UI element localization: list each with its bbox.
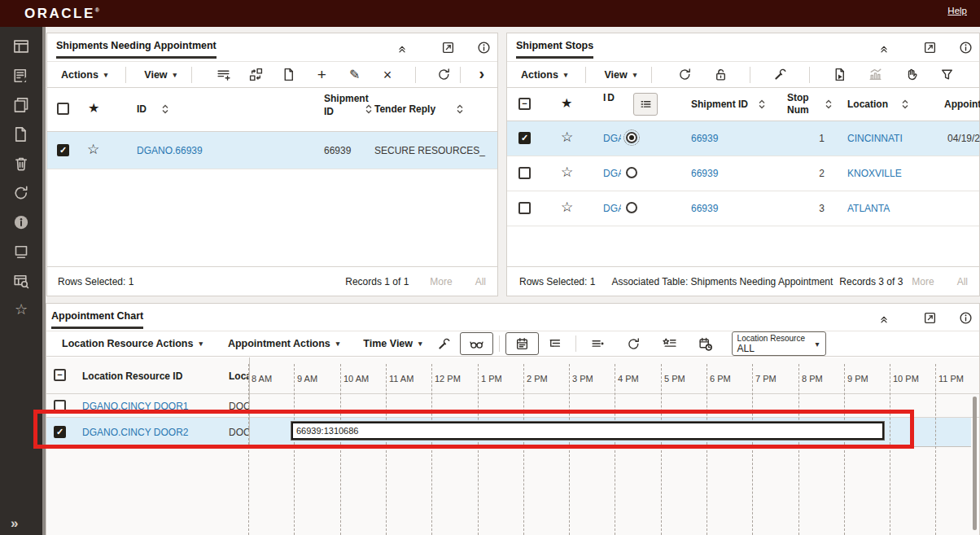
row-checkbox[interactable]: ✓: [54, 426, 66, 438]
appointment-actions-button[interactable]: Appointment Actions▾: [228, 338, 339, 349]
shipment-id-link[interactable]: DGANO.66939: [137, 145, 203, 156]
new-document-button[interactable]: [273, 68, 305, 81]
select-all-checkbox[interactable]: [57, 103, 69, 115]
favorite-star-icon[interactable]: ☆: [87, 143, 99, 156]
sort-icon[interactable]: [161, 104, 169, 114]
detail-view-button[interactable]: [633, 93, 658, 116]
sort-icon[interactable]: [825, 99, 833, 109]
favorite-star-icon[interactable]: ☆: [561, 165, 573, 179]
more-button[interactable]: More: [430, 276, 452, 287]
all-button[interactable]: All: [475, 276, 486, 287]
vertical-scrollbar[interactable]: [973, 397, 977, 530]
filter-button[interactable]: [929, 68, 965, 81]
stop-id-link[interactable]: DGA: [603, 133, 621, 144]
favorite-star-icon[interactable]: ☆: [561, 130, 573, 144]
sidebar-expand-icon[interactable]: »: [11, 515, 18, 532]
column-header-appointment[interactable]: Appointment: [944, 99, 980, 110]
panel-info-icon[interactable]: [959, 41, 973, 55]
column-header-shipment-id[interactable]: Shipment ID: [691, 99, 748, 110]
stop-id-link[interactable]: DGA: [603, 203, 621, 214]
column-header-tender-reply[interactable]: Tender Reply: [374, 103, 435, 115]
export-button[interactable]: [821, 68, 857, 81]
stop-shipment-link[interactable]: 66939: [691, 203, 718, 214]
collapse-panel-icon[interactable]: [396, 42, 408, 54]
calendar-view-button[interactable]: [505, 332, 539, 355]
sort-icon[interactable]: [758, 99, 766, 109]
stop-location-link[interactable]: CINCINNATI: [847, 133, 903, 144]
actions-menu-button[interactable]: Actions▾: [61, 69, 107, 81]
collapse-panel-icon[interactable]: [878, 313, 890, 324]
stop-shipment-link[interactable]: 66939: [691, 168, 718, 179]
row-radio[interactable]: [626, 167, 637, 178]
hierarchy-button[interactable]: [539, 337, 571, 351]
row-radio[interactable]: [626, 132, 637, 143]
shipment-row[interactable]: ✓ ☆ DGANO.66939 66939 SECURE RESOURCES_: [47, 132, 497, 169]
row-checkbox[interactable]: [518, 167, 531, 179]
column-header-id[interactable]: ID: [137, 103, 147, 115]
schedule-button[interactable]: [688, 337, 724, 351]
time-view-button[interactable]: Time View▾: [363, 338, 422, 349]
favorite-star-icon[interactable]: ☆: [561, 200, 573, 214]
all-button[interactable]: All: [957, 276, 968, 287]
column-header-stop-num[interactable]: Stop Num: [787, 92, 816, 116]
tools-button[interactable]: [429, 337, 460, 351]
stop-location-link[interactable]: KNOXVILLE: [847, 168, 902, 179]
favorites-list-button[interactable]: [652, 337, 688, 351]
resource-row[interactable]: DGANO.CINCY DOOR1 DOOR: [46, 394, 979, 418]
popup-panel-icon[interactable]: [923, 311, 937, 325]
row-checkbox[interactable]: [54, 400, 66, 412]
row-checkbox[interactable]: ✓: [518, 132, 531, 144]
row-checkbox[interactable]: ✓: [57, 144, 69, 156]
form-edit-icon[interactable]: [13, 68, 29, 84]
refresh-button[interactable]: [667, 68, 702, 81]
column-header-shipment-id[interactable]: Shipment ID: [324, 93, 357, 118]
panel-info-icon[interactable]: [477, 41, 491, 55]
popup-panel-icon[interactable]: [441, 41, 455, 55]
stop-row[interactable]: ☆ DGA 66939 2 KNOXVILLE: [507, 156, 979, 191]
row-radio[interactable]: [626, 202, 637, 213]
select-all-checkbox[interactable]: −: [54, 369, 66, 381]
favorites-icon[interactable]: ☆: [15, 302, 28, 317]
table-search-icon[interactable]: [13, 273, 29, 289]
pan-button[interactable]: [893, 68, 929, 81]
sort-icon[interactable]: [901, 99, 909, 109]
stop-row[interactable]: ✓ ☆ DGA 66939 1 CINCINNATI 04/19/2: [507, 121, 979, 156]
location-resource-link[interactable]: DGANO.CINCY DOOR2: [82, 427, 188, 438]
row-checkbox[interactable]: [518, 202, 531, 214]
location-resource-actions-button[interactable]: Location Resource Actions▾: [62, 338, 203, 349]
view-glasses-button[interactable]: [460, 332, 493, 355]
refresh-button[interactable]: [616, 337, 652, 351]
toolbar-overflow-button[interactable]: ›: [472, 65, 497, 85]
view-menu-button[interactable]: View▾: [604, 69, 637, 81]
help-link[interactable]: Help: [947, 6, 967, 15]
collapse-panel-icon[interactable]: [878, 42, 890, 54]
unlock-button[interactable]: [702, 68, 738, 81]
reassign-button[interactable]: [239, 68, 272, 81]
column-header-location-resource-id[interactable]: Location Resource ID: [82, 371, 182, 382]
column-header-location[interactable]: Location: [229, 371, 249, 382]
select-all-checkbox[interactable]: −: [518, 98, 531, 110]
view-menu-button[interactable]: View▾: [144, 69, 177, 81]
refresh-button[interactable]: [427, 68, 460, 81]
actions-menu-button[interactable]: Actions▾: [521, 69, 567, 81]
stop-id-link[interactable]: DGA: [603, 168, 621, 179]
stop-shipment-link[interactable]: 66939: [691, 133, 718, 144]
add-to-list-button[interactable]: [207, 68, 239, 81]
add-button[interactable]: +: [305, 67, 338, 82]
workspace-icon[interactable]: [13, 38, 29, 55]
delete-button[interactable]: ×: [371, 68, 404, 82]
column-header-id[interactable]: ID: [603, 92, 614, 104]
location-resource-select[interactable]: Location Resource ALL ▾: [732, 331, 826, 356]
popup-panel-icon[interactable]: [923, 41, 937, 55]
tools-button[interactable]: [762, 68, 798, 81]
refresh-icon[interactable]: [13, 185, 29, 201]
sort-icon[interactable]: [365, 104, 373, 114]
list-options-button[interactable]: [580, 337, 616, 351]
more-button[interactable]: More: [912, 276, 934, 287]
panel-info-icon[interactable]: [959, 311, 973, 325]
copy-icon[interactable]: [13, 97, 29, 113]
column-header-location[interactable]: Location: [847, 99, 888, 110]
stop-row[interactable]: ☆ DGA 66939 3 ATLANTA: [507, 191, 979, 226]
info-icon[interactable]: [13, 214, 29, 230]
location-resource-link[interactable]: DGANO.CINCY DOOR1: [82, 401, 188, 412]
